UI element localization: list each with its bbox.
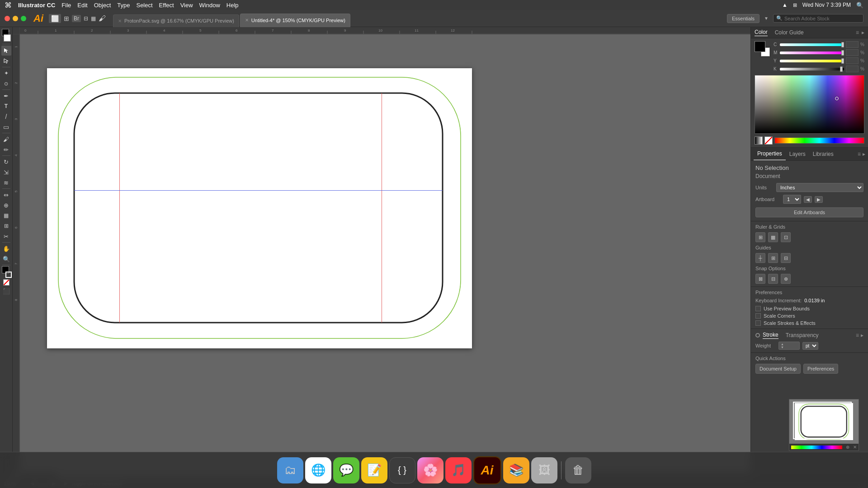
preferences-btn[interactable]: Preferences — [803, 364, 838, 374]
prev-artboard-btn[interactable]: ◀ — [804, 196, 812, 203]
app-name-menu[interactable]: Illustrator CC — [18, 2, 55, 9]
column-graph-tool[interactable]: ▦ — [1, 211, 11, 221]
menu-effect[interactable]: Effect — [159, 2, 174, 9]
line-tool[interactable]: / — [1, 112, 11, 122]
weight-input[interactable]: 1 pt — [785, 343, 797, 348]
dock-notes[interactable]: 📝 — [361, 457, 387, 483]
color-panel-expand-icon[interactable]: ▸ — [862, 29, 864, 36]
stroke-rect[interactable] — [5, 272, 12, 278]
bridge-icon[interactable]: Br — [72, 15, 81, 22]
c-slider[interactable] — [780, 43, 844, 46]
essentials-button[interactable]: Essentials — [727, 14, 760, 23]
swap-colors-icon[interactable]: ↔ — [7, 29, 11, 33]
paint-icon[interactable]: 🖌 — [99, 14, 106, 23]
change-screen-mode[interactable]: ⬛ — [1, 286, 11, 296]
menu-edit[interactable]: Edit — [77, 2, 87, 9]
panel-options-icon[interactable]: ≡ — [858, 151, 861, 157]
color-spectrum[interactable] — [755, 75, 864, 134]
dock-illustrator[interactable]: Ai — [473, 456, 501, 484]
color-bar[interactable] — [774, 137, 864, 144]
background-swatch[interactable] — [4, 34, 11, 42]
scale-corners-checkbox[interactable] — [755, 313, 761, 319]
fill-swatch[interactable] — [755, 41, 765, 52]
tab-libraries[interactable]: Libraries — [809, 148, 837, 160]
tab-layers[interactable]: Layers — [786, 148, 809, 160]
panel-collapse-icon[interactable]: ▸ — [863, 151, 865, 157]
weight-up-btn[interactable]: ▲ — [781, 343, 784, 346]
menu-object[interactable]: Object — [94, 2, 111, 9]
dock-photos[interactable]: 🌸 — [417, 457, 443, 483]
edit-artboards-btn[interactable]: Edit Artboards — [755, 207, 863, 217]
width-tool[interactable]: ⇔ — [1, 190, 11, 200]
snap-icon-3[interactable]: ⊕ — [781, 274, 791, 284]
scale-tool[interactable]: ⇲ — [1, 167, 11, 177]
dock-itunes[interactable]: 🎵 — [445, 457, 472, 483]
units-select[interactable]: Inches — [776, 183, 863, 192]
minimize-button[interactable] — [13, 16, 18, 21]
stroke-expand-icon[interactable]: ▸ — [861, 332, 863, 338]
k-value[interactable] — [846, 66, 859, 72]
search-menu-icon[interactable]: 🔍 — [856, 2, 863, 9]
tab-properties[interactable]: Properties — [754, 148, 786, 160]
guide-icon-3[interactable]: ⊟ — [781, 253, 791, 263]
slice-tool[interactable]: ✂ — [1, 231, 11, 241]
guide-icon-2[interactable]: ⊞ — [768, 253, 778, 263]
warp-tool[interactable]: ≋ — [1, 178, 11, 188]
menu-window[interactable]: Window — [199, 2, 220, 9]
selection-tool[interactable] — [1, 46, 11, 56]
tab-protonpack[interactable]: ✕ ProtonPack.svg @ 16.67% (CMYK/GPU Prev… — [113, 14, 239, 27]
zoom-tool[interactable]: 🔍 — [1, 254, 11, 264]
paintbrush-tool[interactable]: 🖌 — [1, 134, 11, 144]
tab-untitled[interactable]: ✕ Untitled-4* @ 150% (CMYK/GPU Preview) — [240, 14, 350, 27]
chevron-down-icon[interactable]: ▼ — [764, 16, 769, 21]
dock-preview[interactable]: 🖼 — [531, 457, 557, 483]
no-fill-icon[interactable] — [3, 279, 9, 286]
thumbnail-close-icon[interactable]: ✕ — [853, 445, 857, 450]
menu-file[interactable]: File — [61, 2, 71, 9]
color-guide-tab[interactable]: Color Guide — [775, 29, 804, 36]
apple-menu[interactable]: ⌘ — [5, 1, 12, 9]
dock-books[interactable]: 📚 — [503, 457, 529, 483]
ruler-grid-lines-icon[interactable]: ▦ — [768, 232, 778, 242]
color-panel-menu-icon[interactable]: ≡ — [856, 29, 859, 36]
pencil-tool[interactable]: ✏ — [1, 145, 11, 155]
pen-tool[interactable]: ✒ — [1, 91, 11, 101]
c-value[interactable] — [846, 41, 859, 48]
dock-script-editor[interactable]: { } — [389, 457, 415, 483]
direct-selection-tool[interactable] — [1, 56, 11, 66]
document-setup-btn[interactable]: Document Setup — [755, 364, 801, 374]
artboard-select[interactable]: 1 — [783, 195, 801, 204]
open-file-icon[interactable]: ⊞ — [64, 15, 69, 22]
arrange-icon[interactable]: ⊟ — [84, 15, 88, 22]
symbol-sprayer-tool[interactable]: ⊕ — [1, 200, 11, 210]
stock-search-input[interactable] — [784, 16, 860, 21]
menu-select[interactable]: Select — [136, 2, 152, 9]
stroke-tab-label[interactable]: Stroke — [763, 332, 778, 339]
ruler-grid-dots-icon[interactable]: ⊞ — [755, 232, 765, 242]
text-tool[interactable]: T — [1, 101, 11, 111]
new-file-icon[interactable]: ⬜ — [49, 14, 61, 23]
scale-strokes-checkbox[interactable] — [755, 320, 761, 326]
lasso-tool[interactable]: ⊙ — [1, 79, 11, 89]
k-slider[interactable] — [780, 68, 844, 70]
rotate-tool[interactable]: ↻ — [1, 157, 11, 167]
none-icon-bottom[interactable] — [764, 136, 773, 145]
snap-icon-1[interactable]: ⊠ — [755, 274, 765, 284]
tab-close-icon[interactable]: ✕ — [118, 19, 122, 23]
magic-wand-tool[interactable]: ✦ — [1, 68, 11, 78]
ruler-grid-pixel-icon[interactable]: ⊡ — [781, 232, 791, 242]
dock-chrome[interactable]: 🌐 — [305, 457, 331, 483]
rectangle-tool[interactable]: ▭ — [1, 122, 11, 132]
weight-down-btn[interactable]: ▼ — [781, 346, 784, 349]
dock-messages[interactable]: 💬 — [333, 457, 359, 483]
m-slider[interactable] — [780, 52, 844, 54]
tab-close-icon-2[interactable]: ✕ — [245, 18, 249, 23]
y-slider[interactable] — [780, 60, 844, 62]
transparency-tab-label[interactable]: Transparency — [786, 332, 819, 338]
guide-icon-1[interactable]: ┼ — [755, 253, 765, 263]
weight-unit-select[interactable]: pt — [802, 342, 818, 350]
maximize-button[interactable] — [21, 16, 26, 21]
m-value[interactable] — [846, 49, 859, 56]
stroke-menu-icon[interactable]: ≡ — [856, 332, 859, 338]
thumbnail-expand-icon[interactable]: ⊕ — [846, 445, 849, 450]
